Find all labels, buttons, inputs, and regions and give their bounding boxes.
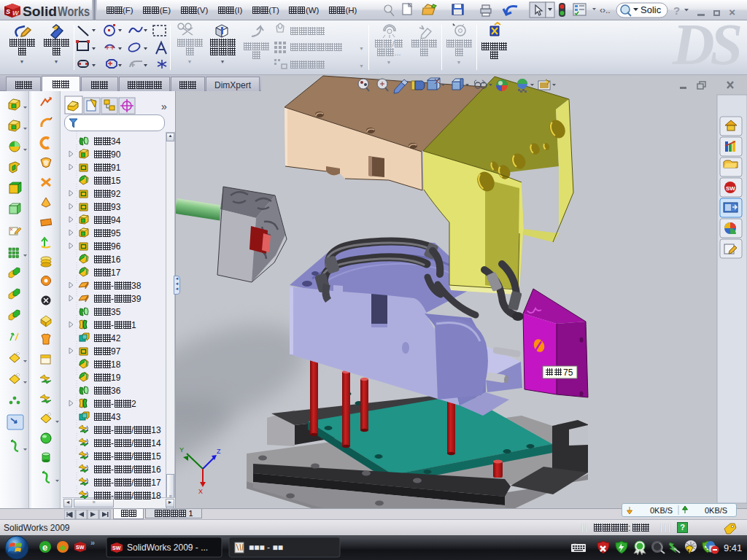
svg-text:Y: Y [179, 446, 184, 454]
svg-text:—: — [573, 541, 576, 545]
svg-text:»: » [90, 538, 95, 547]
svg-text:Z: Z [217, 448, 221, 455]
svg-text:!: ! [688, 548, 690, 554]
svg-text:0KB/S: 0KB/S [650, 506, 673, 515]
svg-text:Solid: Solid [23, 4, 57, 19]
svg-text:SW: SW [76, 545, 85, 550]
svg-text:9:41: 9:41 [724, 542, 742, 553]
svg-text:0KB/S: 0KB/S [705, 506, 727, 515]
svg-text:SW: SW [726, 185, 735, 192]
svg-text:Solic: Solic [640, 4, 662, 15]
svg-text:X: X [198, 488, 203, 495]
svg-text:S: S [6, 8, 10, 15]
svg-text:SolidWorks 2009 - ...: SolidWorks 2009 - ... [127, 542, 208, 553]
svg-text:75: 75 [563, 368, 573, 378]
svg-text:Works: Works [58, 4, 90, 19]
svg-text:e: e [42, 542, 47, 553]
svg-text:‹›..: ‹›.. [600, 5, 611, 15]
svg-text:SW: SW [112, 545, 121, 551]
svg-text:■■■ - ■■: ■■■ - ■■ [249, 542, 283, 553]
